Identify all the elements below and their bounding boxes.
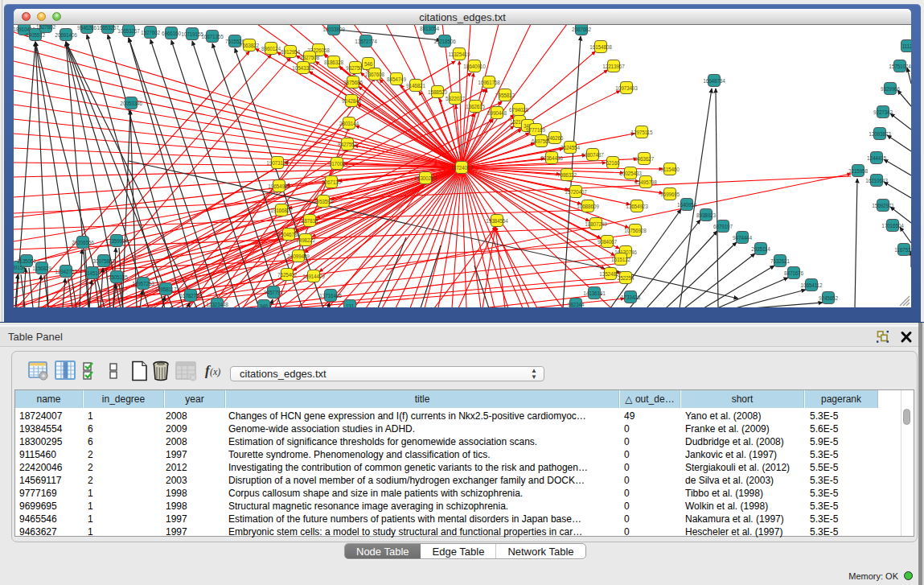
svg-text:1362615: 1362615 <box>466 104 485 109</box>
svg-text:1640954: 1640954 <box>677 202 696 208</box>
svg-text:17016504: 17016504 <box>881 223 904 229</box>
svg-text:8454749: 8454749 <box>387 76 406 82</box>
svg-text:24099489: 24099489 <box>287 253 310 259</box>
svg-text:16914479: 16914479 <box>302 274 325 279</box>
svg-text:13572774: 13572774 <box>355 39 377 44</box>
svg-text:9463627: 9463627 <box>634 156 654 162</box>
svg-text:7632621: 7632621 <box>770 258 790 264</box>
svg-text:1167533: 1167533 <box>894 247 911 253</box>
svg-text:12505135: 12505135 <box>105 274 128 280</box>
svg-text:746266: 746266 <box>547 135 564 141</box>
svg-text:15495798: 15495798 <box>634 179 657 185</box>
svg-text:1733426: 1733426 <box>621 295 640 300</box>
svg-text:9546286: 9546286 <box>77 25 97 31</box>
svg-text:16961758: 16961758 <box>478 80 500 85</box>
svg-text:8938923: 8938923 <box>696 212 716 218</box>
svg-text:19654982: 19654982 <box>268 183 290 189</box>
svg-text:1135061: 1135061 <box>17 258 36 264</box>
svg-text:10807487: 10807487 <box>581 152 604 158</box>
svg-text:9327508: 9327508 <box>300 55 319 60</box>
svg-text:1953594: 1953594 <box>314 199 333 204</box>
svg-text:16648784: 16648784 <box>703 78 725 84</box>
svg-text:12093873: 12093873 <box>869 131 891 137</box>
svg-text:13654923: 13654923 <box>626 204 648 209</box>
svg-text:1498222: 1498222 <box>296 237 315 243</box>
svg-text:12213967: 12213967 <box>602 64 625 69</box>
svg-text:8427552: 8427552 <box>338 142 357 147</box>
svg-text:12975115: 12975115 <box>631 130 653 135</box>
svg-text:1244415: 1244415 <box>867 155 886 161</box>
svg-text:982344: 982344 <box>568 302 585 307</box>
svg-text:7663822: 7663822 <box>240 43 259 48</box>
svg-text:3215958: 3215958 <box>848 168 868 174</box>
svg-text:7986322: 7986322 <box>557 172 577 178</box>
svg-text:2935114: 2935114 <box>751 246 770 252</box>
svg-text:8186328: 8186328 <box>324 60 343 65</box>
svg-text:8960124: 8960124 <box>261 46 281 51</box>
svg-text:946: 946 <box>260 303 269 308</box>
svg-text:8912954: 8912954 <box>281 49 300 55</box>
svg-text:5322037: 5322037 <box>446 96 465 101</box>
svg-text:20691406: 20691406 <box>55 32 77 38</box>
svg-text:18640910: 18640910 <box>463 64 486 69</box>
svg-text:10756928: 10756928 <box>624 228 647 233</box>
svg-text:30975887: 30975887 <box>92 258 115 264</box>
svg-text:15692971: 15692971 <box>872 203 894 208</box>
svg-text:20053346: 20053346 <box>120 101 142 106</box>
svg-text:16154808: 16154808 <box>589 44 612 50</box>
svg-text:18807249: 18807249 <box>585 221 607 227</box>
svg-text:13716485: 13716485 <box>319 293 342 299</box>
svg-text:1112: 1112 <box>902 43 911 49</box>
svg-text:9457791: 9457791 <box>264 290 283 295</box>
svg-text:9146821: 9146821 <box>406 83 425 89</box>
svg-text:19384554: 19384554 <box>486 218 508 224</box>
svg-text:9777169: 9777169 <box>526 127 545 133</box>
svg-text:917006: 917006 <box>329 161 346 167</box>
svg-text:252254: 252254 <box>618 275 634 281</box>
svg-text:16033809: 16033809 <box>322 27 345 32</box>
svg-text:19073138: 19073138 <box>266 160 289 166</box>
svg-text:9242848: 9242848 <box>342 98 361 104</box>
svg-text:2687682: 2687682 <box>572 27 591 32</box>
svg-text:10653267: 10653267 <box>117 28 140 34</box>
svg-text:(x): (x) <box>210 366 220 377</box>
svg-text:19166827: 19166827 <box>270 208 293 213</box>
svg-text:8471676: 8471676 <box>784 270 803 276</box>
svg-text:114519: 114519 <box>84 270 101 276</box>
svg-text:10688609: 10688609 <box>577 204 599 209</box>
svg-text:10046788: 10046788 <box>277 232 300 237</box>
svg-text:546: 546 <box>364 61 373 67</box>
svg-text:16653257: 16653257 <box>97 25 119 31</box>
svg-text:9227343: 9227343 <box>873 109 893 115</box>
svg-text:20364436: 20364436 <box>540 155 563 161</box>
svg-text:8990448: 8990448 <box>487 110 507 116</box>
svg-text:16671355: 16671355 <box>201 34 224 39</box>
svg-text:6966160: 6966160 <box>162 31 181 36</box>
svg-text:10543382: 10543382 <box>292 65 314 71</box>
svg-text:17957253: 17957253 <box>132 281 154 286</box>
svg-text:6879197: 6879197 <box>713 224 733 229</box>
svg-text:17359934: 17359934 <box>105 238 128 244</box>
svg-text:1156829: 1156829 <box>32 266 51 271</box>
svg-text:11325419: 11325419 <box>449 51 470 57</box>
svg-text:7955812: 7955812 <box>495 93 515 98</box>
svg-text:10973493: 10973493 <box>615 85 638 91</box>
svg-text:19218506: 19218506 <box>433 39 456 44</box>
svg-text:9474444: 9474444 <box>733 235 752 241</box>
svg-text:10025433: 10025433 <box>619 171 642 176</box>
svg-text:7625402: 7625402 <box>277 272 297 278</box>
svg-text:10654112: 10654112 <box>801 282 823 288</box>
svg-text:25300293: 25300293 <box>414 175 437 181</box>
svg-text:3875685: 3875685 <box>343 80 363 85</box>
svg-text:9115460: 9115460 <box>660 167 680 172</box>
svg-text:15720407: 15720407 <box>565 189 587 195</box>
svg-text:18724007: 18724007 <box>450 165 473 171</box>
svg-text:8813054: 8813054 <box>420 26 439 31</box>
svg-text:2367608: 2367608 <box>365 72 384 77</box>
svg-text:1527602: 1527602 <box>36 25 55 30</box>
svg-text:887833: 887833 <box>302 218 318 224</box>
svg-text:62160: 62160 <box>606 160 620 166</box>
svg-text:10719155: 10719155 <box>181 31 203 37</box>
svg-text:9329966: 9329966 <box>881 86 900 92</box>
svg-text:16210643: 16210643 <box>865 178 888 183</box>
